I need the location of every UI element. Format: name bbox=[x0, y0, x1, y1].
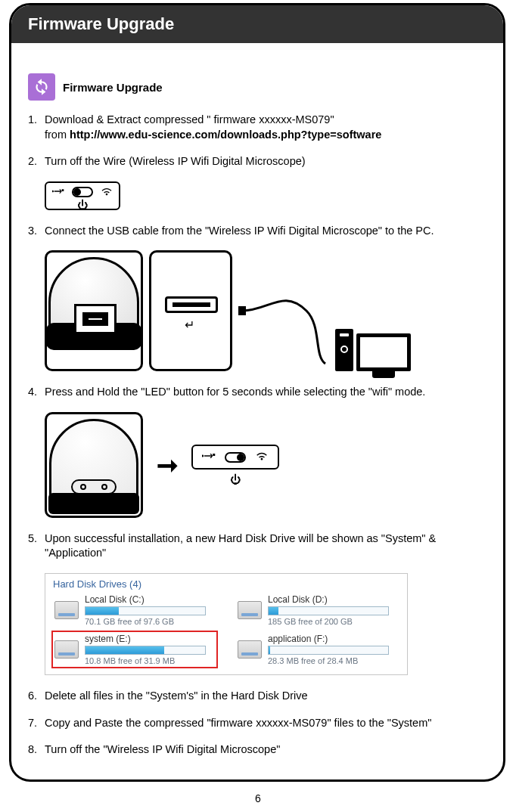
drive-free: 70.1 GB free of 97.6 GB bbox=[85, 617, 215, 626]
drive-free: 10.8 MB free of 31.9 MB bbox=[85, 656, 215, 665]
switch-pill-right bbox=[225, 452, 246, 463]
step-number: 8. bbox=[28, 742, 45, 758]
step-6: 6. Delete all files in the "System's" in… bbox=[28, 689, 486, 704]
microscope-illustration bbox=[45, 250, 143, 371]
drives-heading: Hard Disk Drives (4) bbox=[53, 578, 399, 590]
pc-illustration bbox=[335, 329, 411, 371]
insert-arrow-icon: ↵ bbox=[185, 318, 194, 332]
step-1: 1. Download & Extract compressed " firmw… bbox=[28, 113, 486, 142]
section-label: Firmware Upgrade bbox=[63, 81, 163, 94]
drive-bar bbox=[268, 646, 389, 655]
drive-bar bbox=[85, 606, 206, 615]
drive-info: application (F:)28.3 MB free of 28.4 MB bbox=[268, 634, 398, 665]
usb-port-zoom-illustration: ↵ bbox=[149, 250, 232, 371]
drive-name: Local Disk (C:) bbox=[85, 594, 215, 605]
step-number: 3. bbox=[28, 224, 45, 239]
drive-item: system (E:)10.8 MB free of 31.9 MB bbox=[53, 632, 216, 667]
drive-name: Local Disk (D:) bbox=[268, 594, 398, 605]
usb-icon bbox=[52, 186, 64, 198]
step-2-figure: ⏻ bbox=[45, 181, 486, 210]
drive-name: system (E:) bbox=[85, 634, 215, 644]
power-icon: ⏻ bbox=[77, 200, 88, 210]
power-icon: ⏻ bbox=[230, 474, 241, 485]
step-number: 1. bbox=[28, 113, 45, 142]
microscope-led-illustration bbox=[45, 412, 143, 518]
step-3: 3. Connect the USB cable from the "Wirel… bbox=[28, 224, 486, 239]
drive-item: application (F:)28.3 MB free of 28.4 MB bbox=[236, 632, 399, 667]
step-body: Connect the USB cable from the "Wireless… bbox=[45, 224, 486, 239]
arrow-right-icon: ➞ bbox=[157, 450, 178, 480]
drive-free: 28.3 MB free of 28.4 MB bbox=[268, 656, 398, 665]
step-5-figure: Hard Disk Drives (4) Local Disk (C:)70.1… bbox=[45, 573, 486, 675]
drive-icon bbox=[54, 640, 79, 659]
drive-icon bbox=[54, 601, 79, 619]
switch-pill-left bbox=[72, 187, 93, 197]
usb-icon bbox=[202, 451, 216, 463]
step-number: 2. bbox=[28, 154, 45, 169]
drive-info: Local Disk (D:)185 GB free of 200 GB bbox=[268, 594, 398, 626]
drive-bar bbox=[85, 646, 206, 655]
step-number: 5. bbox=[28, 532, 45, 561]
mode-switch-wifi-illustration: ⏻ bbox=[191, 445, 279, 485]
drive-info: Local Disk (C:)70.1 GB free of 97.6 GB bbox=[85, 594, 215, 626]
step-number: 7. bbox=[28, 716, 45, 731]
drives-grid: Local Disk (C:)70.1 GB free of 97.6 GBLo… bbox=[53, 593, 399, 667]
wifi-icon bbox=[255, 451, 269, 463]
usb-cable-illustration bbox=[238, 280, 329, 371]
drive-bar bbox=[268, 606, 389, 615]
step-7: 7. Copy and Paste the compressed "firmwa… bbox=[28, 716, 486, 731]
drive-icon bbox=[238, 640, 262, 659]
pc-monitor-icon bbox=[356, 333, 411, 371]
page-frame: Firmware Upgrade Firmware Upgrade 1. Dow… bbox=[9, 3, 505, 782]
drive-icon bbox=[238, 601, 262, 619]
step-body: Turn off the Wire (Wireless IP Wifi Digi… bbox=[45, 154, 486, 169]
step-body: Turn off the "Wireless IP Wifi Digital M… bbox=[45, 742, 486, 758]
step-1-line2a: from bbox=[45, 129, 70, 141]
step-number: 4. bbox=[28, 385, 45, 400]
step-body: Delete all files in the "System's" in th… bbox=[45, 689, 486, 704]
step-4-figure: ➞ ⏻ bbox=[45, 412, 486, 518]
step-1-url: http://www.edu-science.com/downloads.php… bbox=[70, 129, 381, 141]
drive-item: Local Disk (C:)70.1 GB free of 97.6 GB bbox=[53, 593, 216, 628]
step-number: 6. bbox=[28, 689, 45, 704]
page-title: Firmware Upgrade bbox=[28, 14, 174, 34]
step-body: Download & Extract compressed " firmware… bbox=[45, 113, 486, 142]
step-3-figure: ↵ bbox=[45, 250, 486, 371]
step-5: 5. Upon successful installation, a new H… bbox=[28, 532, 486, 561]
drive-info: system (E:)10.8 MB free of 31.9 MB bbox=[85, 634, 215, 665]
mode-switch-illustration: ⏻ bbox=[45, 181, 120, 210]
step-body: Copy and Paste the compressed "firmware … bbox=[45, 716, 486, 731]
step-body: Upon successful installation, a new Hard… bbox=[45, 532, 486, 561]
page-number: 6 bbox=[0, 792, 516, 804]
section-heading-row: Firmware Upgrade bbox=[28, 73, 486, 101]
explorer-drives-panel: Hard Disk Drives (4) Local Disk (C:)70.1… bbox=[45, 573, 408, 675]
step-4: 4. Press and Hold the "LED" button for 5… bbox=[28, 385, 486, 400]
wifi-icon bbox=[101, 186, 113, 198]
svg-rect-0 bbox=[238, 306, 246, 315]
drive-free: 185 GB free of 200 GB bbox=[268, 617, 398, 626]
pc-tower-icon bbox=[335, 329, 353, 371]
refresh-icon bbox=[28, 73, 55, 101]
content-area: Firmware Upgrade 1. Download & Extract c… bbox=[11, 43, 503, 782]
drive-item: Local Disk (D:)185 GB free of 200 GB bbox=[236, 593, 399, 628]
step-8: 8. Turn off the "Wireless IP Wifi Digita… bbox=[28, 742, 486, 758]
refresh-icon-svg bbox=[32, 77, 51, 97]
drive-name: application (F:) bbox=[268, 634, 398, 644]
step-1-line1: Download & Extract compressed " firmware… bbox=[45, 113, 334, 126]
header-band: Firmware Upgrade bbox=[11, 5, 503, 43]
step-2: 2. Turn off the Wire (Wireless IP Wifi D… bbox=[28, 154, 486, 169]
step-body: Press and Hold the "LED" button for 5 se… bbox=[45, 385, 486, 400]
